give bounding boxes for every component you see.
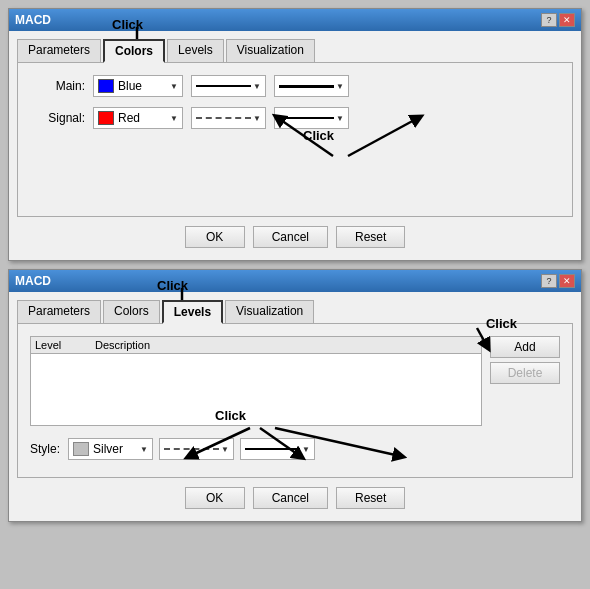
dialog2-style-area: Click — [30, 438, 560, 460]
dialog1-signal-line-preview — [196, 117, 251, 119]
tab-colors-1[interactable]: Colors — [103, 39, 165, 63]
dialog1-wrapper: MACD ? ✕ Click Pa — [8, 8, 582, 261]
tab-parameters-2[interactable]: Parameters — [17, 300, 101, 324]
dialog2-tabs: Parameters Colors Levels Visualization — [17, 300, 573, 324]
dialog1-cancel-button[interactable]: Cancel — [253, 226, 328, 248]
dialog2-style-linewidth-dropdown[interactable]: ▼ — [240, 438, 315, 460]
dialog1: MACD ? ✕ Click Pa — [8, 8, 582, 261]
dialog2-tab-area: Click Parameters Colors Levels Visualiza… — [17, 300, 573, 324]
dialog2-side-buttons: Add Delete — [490, 336, 560, 384]
dialog2-col-description: Description — [95, 339, 477, 351]
dialog1-signal-linewidth-arrow: ▼ — [336, 114, 344, 123]
dialog1-main-line-preview — [196, 85, 251, 87]
dialog1-signal-label: Signal: — [30, 111, 85, 125]
tab-parameters-1[interactable]: Parameters — [17, 39, 101, 63]
dialog1-main-linewidth-preview — [279, 85, 334, 88]
dialog1-main-color-arrow: ▼ — [170, 82, 178, 91]
dialog2-style-color-text: Silver — [93, 442, 136, 456]
dialog2-wrapper: MACD ? ✕ Click Pa — [8, 269, 582, 522]
dialog2-content: Click Parameters Colors Levels Visualiza… — [9, 292, 581, 521]
dialog1-content: Click Parameters Colors Levels Visualiza… — [9, 31, 581, 260]
dialog2-help-button[interactable]: ? — [541, 274, 557, 288]
dialog2-style-label: Style: — [30, 442, 60, 456]
dialog2-style-linestyle-arrow: ▼ — [221, 445, 229, 454]
tab-colors-2[interactable]: Colors — [103, 300, 160, 324]
dialog1-ok-button[interactable]: OK — [185, 226, 245, 248]
dialog1-signal-color-arrow: ▼ — [170, 114, 178, 123]
tab-levels-2[interactable]: Levels — [162, 300, 223, 324]
dialog2-levels-table: Level Description — [30, 336, 482, 426]
dialog2-style-row: Style: Silver ▼ ▼ ▼ — [30, 438, 560, 460]
dialog1-main-linewidth-dropdown[interactable]: ▼ — [274, 75, 349, 97]
dialog2-levels-main: Level Description Add Delete — [30, 336, 560, 434]
dialog2-ok-button[interactable]: OK — [185, 487, 245, 509]
dialog1-signal-linestyle-arrow: ▼ — [253, 114, 261, 123]
dialog1-title: MACD — [15, 13, 51, 27]
dialog1-reset-button[interactable]: Reset — [336, 226, 405, 248]
dialog1-close-button[interactable]: ✕ — [559, 13, 575, 27]
dialog1-signal-row: Signal: Red ▼ ▼ ▼ — [30, 107, 560, 129]
dialog1-tab-area: Click Parameters Colors Levels Visualiza… — [17, 39, 573, 63]
dialog2-style-dropdown-arrow: ▼ — [140, 445, 148, 454]
dialog2-style-color-swatch — [73, 442, 89, 456]
dialog1-titlebar: MACD ? ✕ — [9, 9, 581, 31]
dialog1-signal-linewidth-preview — [279, 117, 334, 119]
dialog1-signal-color-text: Red — [118, 111, 166, 125]
dialog2: MACD ? ✕ Click Pa — [8, 269, 582, 522]
dialog1-titlebar-buttons: ? ✕ — [541, 13, 575, 27]
dialog2-col-level: Level — [35, 339, 95, 351]
dialog2-titlebar-buttons: ? ✕ — [541, 274, 575, 288]
dialog1-main-color-dropdown[interactable]: Blue ▼ — [93, 75, 183, 97]
dialog2-table-body[interactable] — [31, 354, 481, 414]
dialog1-signal-color-dropdown[interactable]: Red ▼ — [93, 107, 183, 129]
dialog1-main-label: Main: — [30, 79, 85, 93]
dialog2-style-linewidth-preview — [245, 448, 300, 450]
dialog1-help-button[interactable]: ? — [541, 13, 557, 27]
dialog2-reset-button[interactable]: Reset — [336, 487, 405, 509]
dialog1-main-color-swatch — [98, 79, 114, 93]
dialog1-main-row: Main: Blue ▼ ▼ ▼ — [30, 75, 560, 97]
tab-visualization-1[interactable]: Visualization — [226, 39, 315, 63]
dialog2-cancel-button[interactable]: Cancel — [253, 487, 328, 509]
dialog1-tabs: Parameters Colors Levels Visualization — [17, 39, 573, 63]
tab-visualization-2[interactable]: Visualization — [225, 300, 314, 324]
dialog1-tab-content: Main: Blue ▼ ▼ ▼ — [17, 62, 573, 217]
dialog1-btn-row: OK Cancel Reset — [17, 218, 573, 252]
dialog1-signal-linewidth-dropdown[interactable]: ▼ — [274, 107, 349, 129]
dialog2-btn-row: OK Cancel Reset — [17, 479, 573, 513]
dialog1-click-annotation2: Click — [303, 128, 334, 143]
dialog2-style-color-dropdown[interactable]: Silver ▼ — [68, 438, 153, 460]
dialog2-close-button[interactable]: ✕ — [559, 274, 575, 288]
dialog1-signal-linestyle-dropdown[interactable]: ▼ — [191, 107, 266, 129]
dialog2-add-button[interactable]: Add — [490, 336, 560, 358]
dialog1-main-linestyle-dropdown[interactable]: ▼ — [191, 75, 266, 97]
dialog2-table-container: Level Description — [30, 336, 482, 434]
dialog2-delete-button[interactable]: Delete — [490, 362, 560, 384]
dialog2-table-header: Level Description — [31, 337, 481, 354]
dialog2-tab-content: Click Level Desc — [17, 323, 573, 478]
dialog2-style-line-preview — [164, 448, 219, 450]
tab-levels-1[interactable]: Levels — [167, 39, 224, 63]
dialog1-main-linewidth-arrow: ▼ — [336, 82, 344, 91]
dialog2-style-linestyle-dropdown[interactable]: ▼ — [159, 438, 234, 460]
dialog2-style-linewidth-arrow: ▼ — [302, 445, 310, 454]
dialog2-title: MACD — [15, 274, 51, 288]
dialog1-main-linestyle-arrow: ▼ — [253, 82, 261, 91]
dialog1-main-color-text: Blue — [118, 79, 166, 93]
dialog1-signal-color-swatch — [98, 111, 114, 125]
dialog2-titlebar: MACD ? ✕ — [9, 270, 581, 292]
